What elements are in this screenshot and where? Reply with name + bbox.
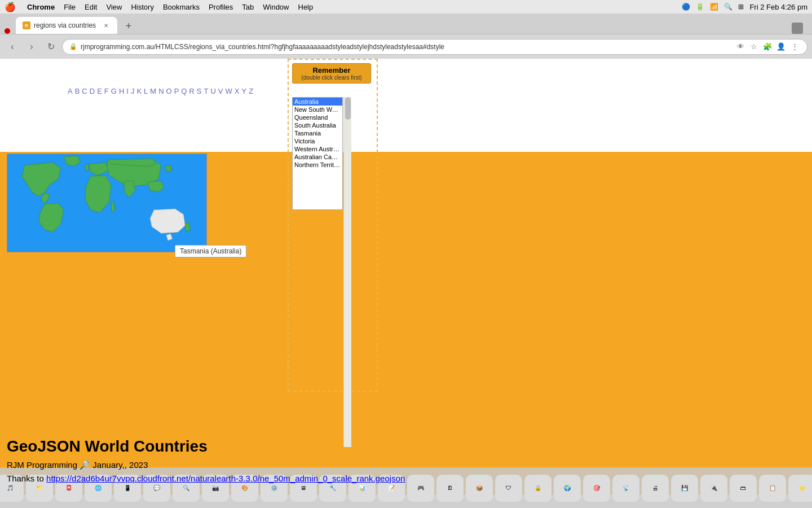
tab-close-all <box>5 28 10 34</box>
tab-close-button[interactable]: ✕ <box>102 21 111 30</box>
alpha-link-g[interactable]: G <box>111 87 117 95</box>
menu-bar-right: 🔵 🔋 📶 🔍 ⊞ Fri 2 Feb 4:26 pm <box>682 3 807 11</box>
apple-menu[interactable]: 🍎 <box>5 2 16 12</box>
menu-tab[interactable]: Tab <box>242 3 254 11</box>
wifi-icon: 📶 <box>710 3 718 11</box>
alpha-link-c[interactable]: C <box>82 87 87 95</box>
alpha-link-a[interactable]: A <box>68 87 73 95</box>
alpha-link-h[interactable]: H <box>119 87 124 95</box>
alpha-link-v[interactable]: V <box>218 87 223 95</box>
alpha-link-n[interactable]: N <box>158 87 164 95</box>
profile-avatar[interactable]: 👤 <box>775 41 787 52</box>
region-option-4[interactable]: Tasmania <box>293 129 342 137</box>
thanks-prefix: Thanks to <box>7 474 46 483</box>
dock-item-19[interactable]: 🔒 <box>524 475 551 502</box>
alpha-link-w[interactable]: W <box>226 87 232 95</box>
menu-bookmarks[interactable]: Bookmarks <box>163 3 200 11</box>
dock-item-27[interactable]: 📋 <box>759 475 786 502</box>
new-tab-button[interactable]: + <box>121 18 136 34</box>
url-display: rjmprogramming.com.au/HTMLCSS/regions_vi… <box>81 43 731 51</box>
dock-item-26[interactable]: 🗃 <box>730 475 757 502</box>
dock-item-25[interactable]: 🔌 <box>700 475 727 502</box>
alpha-link-x[interactable]: X <box>235 87 240 95</box>
controlcenter-icon[interactable]: ⊞ <box>738 3 744 11</box>
remember-button[interactable]: Remember (double click clears first) <box>292 63 371 84</box>
forward-button[interactable]: › <box>24 39 39 55</box>
alpha-link-r[interactable]: R <box>189 87 194 95</box>
menu-view[interactable]: View <box>106 3 122 11</box>
menu-file[interactable]: File <box>64 3 76 11</box>
page-white-area <box>0 59 812 152</box>
alpha-link-e[interactable]: E <box>97 87 102 95</box>
menu-window[interactable]: Window <box>263 3 289 11</box>
alpha-link-k[interactable]: K <box>136 87 142 95</box>
menu-bar: 🍎 Chrome File Edit View History Bookmark… <box>0 0 812 14</box>
alpha-link-i[interactable]: I <box>126 87 129 95</box>
search-menubar-icon[interactable]: 🔍 <box>724 3 732 11</box>
region-option-6[interactable]: Western Australia <box>293 145 342 153</box>
eye-off-icon[interactable]: 👁 <box>735 41 746 52</box>
dock-item-23[interactable]: 🖨 <box>642 475 669 502</box>
alpha-link-p[interactable]: P <box>174 87 179 95</box>
alpha-link-q[interactable]: Q <box>181 87 187 95</box>
lock-icon: 🔒 <box>69 43 77 50</box>
extension-icon[interactable]: 🧩 <box>762 41 773 52</box>
alpha-link-s[interactable]: S <box>197 87 202 95</box>
dock-item-28[interactable]: ⭐ <box>788 475 812 502</box>
address-bar-row: ‹ › ↻ 🔒 rjmprogramming.com.au/HTMLCSS/re… <box>0 34 812 59</box>
alpha-link-y[interactable]: Y <box>241 87 246 95</box>
region-option-3[interactable]: South Australia <box>293 121 342 129</box>
alphabet-nav: ABCDEFGHIJKLMNOPQRSTUVWXYZ <box>68 87 253 95</box>
alpha-link-b[interactable]: B <box>75 87 80 95</box>
dock-item-17[interactable]: 📦 <box>466 475 493 502</box>
menu-edit[interactable]: Edit <box>85 3 97 11</box>
menu-help[interactable]: Help <box>298 3 314 11</box>
reload-button[interactable]: ↻ <box>43 39 59 55</box>
scrollbar-thumb[interactable] <box>345 97 351 120</box>
region-option-5[interactable]: Victoria <box>293 137 342 145</box>
menu-profiles[interactable]: Profiles <box>209 3 233 11</box>
region-option-0[interactable]: Australia <box>293 98 342 106</box>
dock-item-22[interactable]: 📡 <box>612 475 639 502</box>
map-tooltip: Tasmania (Australia) <box>175 245 246 257</box>
alpha-link-o[interactable]: O <box>166 87 172 95</box>
scrollbar-track[interactable] <box>343 97 351 447</box>
address-bar-icons: 👁 ☆ 🧩 👤 ⋮ <box>735 41 800 52</box>
menu-chrome[interactable]: Chrome <box>27 3 55 11</box>
address-bar[interactable]: 🔒 rjmprogramming.com.au/HTMLCSS/regions_… <box>62 39 807 55</box>
alpha-link-m[interactable]: M <box>150 87 156 95</box>
dock-item-18[interactable]: 🛡 <box>495 475 522 502</box>
dock-item-16[interactable]: 🗓 <box>436 475 464 502</box>
thanks-link[interactable]: https://d2ad6b4ur7yvpq.cloudfront.net/na… <box>46 474 405 483</box>
region-option-7[interactable]: Australian Capital Territory <box>293 153 342 161</box>
menu-history[interactable]: History <box>131 3 153 11</box>
alpha-link-f[interactable]: F <box>104 87 109 95</box>
alpha-link-t[interactable]: T <box>204 87 209 95</box>
profile-icon[interactable] <box>792 23 803 34</box>
alpha-link-z[interactable]: Z <box>249 87 253 95</box>
region-option-1[interactable]: New South Wales <box>293 106 342 113</box>
active-tab[interactable]: R regions via countries ✕ <box>16 17 117 34</box>
alpha-link-j[interactable]: J <box>131 87 135 95</box>
dock-item-15[interactable]: 🎮 <box>407 475 434 502</box>
alpha-link-d[interactable]: D <box>90 87 95 95</box>
dock-item-20[interactable]: 🌍 <box>554 475 581 502</box>
back-button[interactable]: ‹ <box>5 39 20 55</box>
tab-title: regions via countries <box>34 21 98 29</box>
region-select-list[interactable]: AustraliaNew South WalesQueenslandSouth … <box>292 97 343 210</box>
more-options-icon[interactable]: ⋮ <box>789 41 800 52</box>
tab-favicon: R <box>23 21 30 29</box>
region-option-8[interactable]: Northern Territory <box>293 161 342 169</box>
alpha-link-u[interactable]: U <box>210 87 215 95</box>
remember-sublabel: (double click clears first) <box>297 75 366 81</box>
bookmark-star-icon[interactable]: ☆ <box>748 41 760 52</box>
datetime-display: Fri 2 Feb 4:26 pm <box>749 3 807 11</box>
bluetooth-icon: 🔵 <box>682 3 690 11</box>
world-map-svg <box>7 154 206 252</box>
dock-item-21[interactable]: 🎯 <box>583 475 610 502</box>
alpha-link-l[interactable]: L <box>144 87 148 95</box>
world-map[interactable] <box>7 154 207 252</box>
page-thanks-line: Thanks to https://d2ad6b4ur7yvpq.cloudfr… <box>7 474 405 483</box>
dock-item-24[interactable]: 💾 <box>671 475 698 502</box>
region-option-2[interactable]: Queensland <box>293 113 342 121</box>
